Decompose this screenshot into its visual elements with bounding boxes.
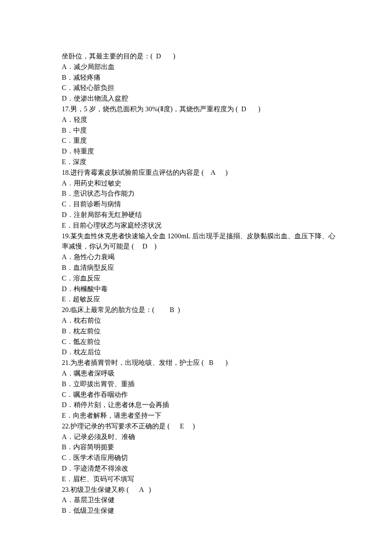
- text-line: 坐卧位，其最主要的目的是：( D ): [62, 51, 341, 62]
- text-line: B．立即拔出胃管、重插: [62, 379, 341, 390]
- text-line: 17.男，5 岁，烧伤总面积为 30%(Ⅱ度)，其烧伤严重程度为 ( D ): [62, 104, 341, 115]
- text-line: C．医学术语应用确切: [62, 453, 341, 463]
- text-line: B．枕左前位: [62, 326, 341, 337]
- text-line: C．减轻心脏负担: [62, 83, 341, 93]
- text-line: A．减少局部出血: [62, 62, 341, 72]
- document-page: 坐卧位，其最主要的目的是：( D ) A．减少局部出血 B．减轻疼痛 C．减轻心…: [0, 0, 392, 555]
- text-line: 19.某失血性休克患者快速输入全血 1200mL 后出现手足搐搦、皮肤黏膜出血、…: [62, 231, 341, 252]
- text-line: C．重度: [62, 136, 341, 146]
- text-line: D．枸橼酸中毒: [62, 284, 341, 295]
- text-line: A．基层卫生保健: [62, 495, 341, 506]
- text-line: 20.临床上最常见的胎方位是：( B ): [62, 305, 341, 315]
- text-line: 22.护理记录的书写要求不正确的是 ( E ): [62, 421, 341, 432]
- text-line: B．低级卫生保健: [62, 506, 341, 516]
- text-line: A．嘱患者深呼吸: [62, 368, 341, 379]
- text-line: C．溶血反应: [62, 273, 341, 284]
- text-line: D．枕左后位: [62, 347, 341, 358]
- text-line: E．目前心理状态与家庭经济状况: [62, 220, 341, 231]
- text-line: D．稍停片刻，让患者休息一会再插: [62, 400, 341, 410]
- text-line: B．减轻疼痛: [62, 72, 341, 83]
- text-line: C．目前诊断与病情: [62, 199, 341, 210]
- text-line: 21.为患者插胃管时，出现呛咳、发绀，护士应 ( B ): [62, 358, 341, 368]
- text-line: D．字迹清楚不得涂改: [62, 463, 341, 474]
- text-line: C．嘱患者作吞咽动作: [62, 390, 341, 400]
- text-line: B．内容简明扼要: [62, 442, 341, 453]
- text-line: A．用药史和过敏史: [62, 178, 341, 189]
- text-line: C．骶左前位: [62, 337, 341, 347]
- text-line: D．注射局部有无红肿硬结: [62, 210, 341, 220]
- text-line: D．特重度: [62, 146, 341, 157]
- text-line: A．枕右前位: [62, 315, 341, 326]
- text-line: B．血清病型反应: [62, 263, 341, 273]
- text-line: E．超敏反应: [62, 294, 341, 305]
- text-line: D．使渗出物流入盆腔: [62, 93, 341, 104]
- text-line: B．意识状态与合作能力: [62, 188, 341, 199]
- text-line: E．深度: [62, 157, 341, 168]
- text-line: A．轻度: [62, 115, 341, 125]
- text-line: A．急性心力衰竭: [62, 252, 341, 263]
- text-line: E．眉栏、页码可不填写: [62, 474, 341, 485]
- text-line: A．记录必须及时、准确: [62, 432, 341, 442]
- text-line: 23.初级卫生保健又称 ( A ): [62, 485, 341, 495]
- text-line: 18.进行青霉素皮肤试验前应重点评估的内容是 ( A ): [62, 168, 341, 178]
- text-line: E．向患者解释，请患者坚持一下: [62, 410, 341, 421]
- text-line: B．中度: [62, 125, 341, 136]
